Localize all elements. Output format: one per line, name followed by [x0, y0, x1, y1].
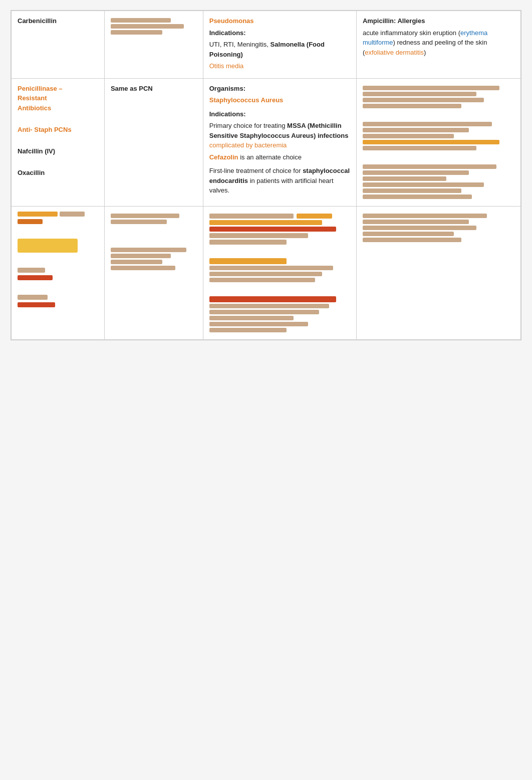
blurred-organisms-2	[209, 258, 350, 282]
blurred-drug-section	[18, 212, 98, 308]
anti-staph-row: Penicillinase – Resistant Antibiotics An…	[12, 78, 521, 206]
blur-line	[111, 260, 162, 264]
blurred-org-header	[209, 214, 350, 219]
blur-line	[209, 322, 308, 326]
blur-line	[209, 272, 322, 276]
blur-line	[111, 18, 171, 23]
blurred-organisms-1	[209, 214, 350, 245]
blur-line	[363, 176, 446, 181]
indications-label-2: Indications:	[209, 109, 350, 119]
adverse-description: acute inflammatory skin eruption (erythe…	[363, 28, 514, 58]
blur-line	[363, 232, 454, 236]
blur-line	[18, 275, 53, 280]
oxacillin-label: Oxacillin	[18, 168, 98, 178]
blur-line	[209, 233, 308, 238]
blur-line	[363, 128, 469, 132]
organisms-cell-carbenicillin: Pseudomonas Indications: UTI, RTI, Menin…	[203, 11, 356, 79]
blur-line	[111, 214, 179, 218]
indications-label: Indications:	[209, 28, 350, 38]
blur-line	[18, 302, 55, 307]
blur-line	[18, 219, 43, 224]
otitis-media-text: Otitis media	[209, 61, 350, 71]
adverse-cell-anti-staph	[356, 78, 520, 206]
blur-line	[111, 24, 184, 29]
blurred-drug-line-1	[18, 212, 98, 217]
blur-line-red	[209, 227, 336, 232]
blur-line	[363, 226, 476, 230]
blur-line	[209, 316, 294, 320]
blur-line	[111, 220, 167, 224]
blur-line-red	[209, 296, 336, 302]
nafcillin-label: Nafcillin (IV)	[18, 146, 98, 156]
drug-name-carbenicillin: Carbenicillin	[18, 17, 57, 25]
blur-line	[363, 238, 461, 242]
organisms-cell-blurred	[203, 206, 356, 339]
blur-line-orange	[209, 258, 287, 264]
blur-line	[363, 170, 469, 175]
ampicillin-allergies-title: Ampicillin: Allergies	[363, 16, 514, 26]
blur-line	[60, 212, 85, 217]
indications-text: UTI, RTI, Meningitis, Salmonella (Food P…	[209, 40, 350, 59]
blur-line-orange	[297, 214, 332, 219]
penicillinase-label: Penicillinase – Resistant Antibiotics	[18, 84, 98, 113]
endocarditis-text: First-line treatment of choice for staph…	[209, 166, 350, 196]
mssa-text: Primary choice for treating MSSA (Methic…	[209, 121, 350, 150]
mechanism-cell-anti-staph: Same as PCN	[104, 78, 203, 206]
blur-line	[18, 212, 58, 217]
blur-line	[18, 295, 48, 300]
blur-line	[209, 310, 319, 314]
drug-cell-blurred	[12, 206, 105, 339]
blur-line	[209, 304, 329, 308]
blurred-adverse-bottom	[363, 214, 514, 242]
blurred-drug-line-2	[18, 268, 98, 273]
blur-line	[363, 122, 492, 126]
blurred-adverse-3	[363, 164, 514, 199]
blur-line	[363, 86, 499, 90]
food-poisoning: (Food Poisoning)	[209, 41, 325, 58]
staph-aureus-text: Staphylococcus Aureus	[209, 95, 350, 105]
blurred-yellow-bar	[18, 239, 78, 253]
blurred-adverse-1	[363, 86, 514, 108]
blur-line	[209, 278, 315, 282]
mechanism-cell-blurred	[104, 206, 203, 339]
blur-line	[111, 30, 162, 35]
blur-line	[209, 266, 333, 270]
blur-line	[209, 214, 294, 219]
blurred-bottom-row	[12, 206, 521, 339]
carbenicillin-row: Carbenicillin Pseudomonas Indications:	[12, 11, 521, 79]
adverse-cell-blurred	[356, 206, 520, 339]
drug-cell-carbenicillin: Carbenicillin	[12, 11, 105, 79]
blurred-mechanism-carbenicillin	[111, 18, 197, 35]
blurred-adverse-2	[363, 122, 514, 150]
blur-line	[363, 92, 476, 96]
organisms-cell-anti-staph: Organisms: Staphylococcus Aureus Indicat…	[203, 78, 356, 206]
cefazolin-text: Cefazolin is an alternate choice	[209, 152, 350, 162]
blur-line-orange	[363, 140, 499, 144]
adverse-cell-carbenicillin: Ampicillin: Allergies acute inflammatory…	[356, 11, 520, 79]
blur-line	[363, 98, 484, 102]
blurred-mechanism-bottom	[111, 214, 197, 224]
salmonella-bold: Salmonella	[271, 41, 305, 48]
blur-line	[363, 146, 476, 150]
same-as-pcn-text: Same as PCN	[111, 84, 197, 94]
blur-line	[363, 182, 484, 187]
drug-cell-anti-staph: Penicillinase – Resistant Antibiotics An…	[12, 78, 105, 206]
anti-staph-pcns-label: Anti- Staph PCNs	[18, 125, 98, 135]
blur-line	[363, 104, 461, 108]
blur-line	[18, 268, 45, 273]
organisms-label: Organisms:	[209, 84, 350, 94]
blur-line	[363, 214, 487, 218]
blur-line	[363, 188, 461, 193]
blur-line	[363, 220, 469, 224]
blur-line	[363, 164, 496, 169]
exfoliative-link[interactable]: exfoliative dermatitis	[365, 49, 424, 56]
mechanism-cell-carbenicillin	[104, 11, 203, 79]
blur-line	[111, 266, 175, 270]
blur-line	[209, 328, 287, 332]
blur-line	[111, 254, 171, 258]
blur-line-orange	[209, 220, 322, 225]
blur-line	[363, 134, 454, 138]
blur-line	[363, 194, 472, 199]
blur-line	[209, 240, 287, 245]
blurred-organisms-3	[209, 296, 350, 332]
